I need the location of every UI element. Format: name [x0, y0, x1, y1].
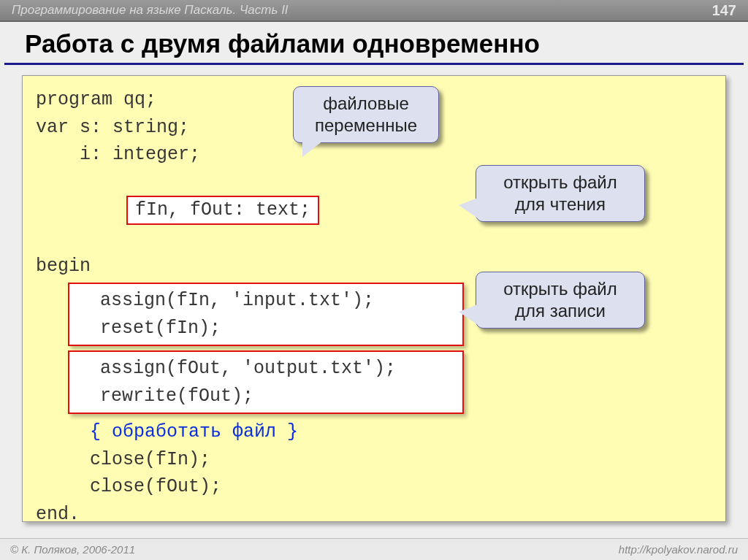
code-block: program qq; var s: string; i: integer; f… — [22, 75, 726, 522]
highlight-open-read: assign(fIn, 'input.txt'); reset(fIn); — [68, 283, 464, 346]
callout-text: открыть файл для записи — [503, 279, 617, 321]
code-line: assign(fOut, 'output.txt'); — [78, 355, 454, 383]
callout-text: открыть файл для чтения — [503, 172, 617, 214]
code-line: assign(fIn, 'input.txt'); — [78, 287, 454, 315]
url: http://kpolyakov.narod.ru — [619, 543, 738, 556]
header-bar: Программирование на языке Паскаль. Часть… — [0, 0, 748, 22]
footer: © К. Поляков, 2006-2011 http://kpolyakov… — [0, 538, 748, 560]
callout-file-variables: файловые переменные — [293, 86, 439, 143]
slide-title: Работа с двумя файлами одновременно — [4, 22, 744, 65]
callout-text: файловые переменные — [315, 93, 417, 135]
highlight-text-vars: fIn, fOut: text; — [126, 196, 319, 225]
code-comment: { обработать файл } — [36, 418, 712, 446]
highlight-open-write: assign(fOut, 'output.txt'); rewrite(fOut… — [68, 350, 464, 414]
code-line: close(fIn); — [36, 446, 712, 474]
callout-open-read: открыть файл для чтения — [476, 165, 645, 222]
code-line: i: integer; — [36, 141, 712, 169]
code-line: end. — [36, 501, 712, 529]
code-line: close(fOut); — [36, 473, 712, 501]
code-line: reset(fIn); — [78, 315, 454, 342]
callout-open-write: открыть файл для записи — [476, 272, 645, 329]
code-line: rewrite(fOut); — [78, 383, 454, 410]
copyright: © К. Поляков, 2006-2011 — [10, 543, 135, 556]
course-title: Программирование на языке Паскаль. Часть… — [12, 3, 289, 18]
page-number: 147 — [712, 2, 736, 19]
